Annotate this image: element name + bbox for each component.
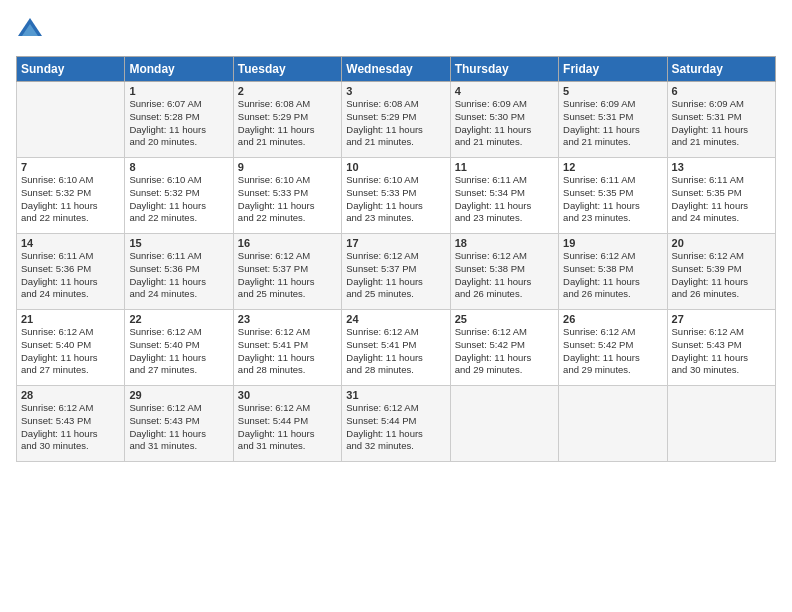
day-number: 31 <box>346 389 445 401</box>
calendar-cell: 11Sunrise: 6:11 AMSunset: 5:34 PMDayligh… <box>450 158 558 234</box>
day-info: Sunrise: 6:12 AMSunset: 5:43 PMDaylight:… <box>672 326 771 377</box>
calendar-week-row: 21Sunrise: 6:12 AMSunset: 5:40 PMDayligh… <box>17 310 776 386</box>
day-number: 11 <box>455 161 554 173</box>
day-info: Sunrise: 6:11 AMSunset: 5:36 PMDaylight:… <box>129 250 228 301</box>
day-number: 5 <box>563 85 662 97</box>
day-info: Sunrise: 6:12 AMSunset: 5:37 PMDaylight:… <box>346 250 445 301</box>
weekday-header: Wednesday <box>342 57 450 82</box>
calendar-cell: 17Sunrise: 6:12 AMSunset: 5:37 PMDayligh… <box>342 234 450 310</box>
day-number: 30 <box>238 389 337 401</box>
weekday-header: Saturday <box>667 57 775 82</box>
calendar-week-row: 7Sunrise: 6:10 AMSunset: 5:32 PMDaylight… <box>17 158 776 234</box>
weekday-header: Tuesday <box>233 57 341 82</box>
day-number: 27 <box>672 313 771 325</box>
day-number: 6 <box>672 85 771 97</box>
day-info: Sunrise: 6:12 AMSunset: 5:41 PMDaylight:… <box>346 326 445 377</box>
calendar-table: SundayMondayTuesdayWednesdayThursdayFrid… <box>16 56 776 462</box>
header <box>16 16 776 44</box>
calendar-cell: 16Sunrise: 6:12 AMSunset: 5:37 PMDayligh… <box>233 234 341 310</box>
day-number: 12 <box>563 161 662 173</box>
day-info: Sunrise: 6:12 AMSunset: 5:42 PMDaylight:… <box>455 326 554 377</box>
day-number: 29 <box>129 389 228 401</box>
day-info: Sunrise: 6:12 AMSunset: 5:37 PMDaylight:… <box>238 250 337 301</box>
calendar-cell: 21Sunrise: 6:12 AMSunset: 5:40 PMDayligh… <box>17 310 125 386</box>
page-container: SundayMondayTuesdayWednesdayThursdayFrid… <box>0 0 792 470</box>
logo-icon <box>16 16 44 44</box>
day-number: 9 <box>238 161 337 173</box>
calendar-cell: 4Sunrise: 6:09 AMSunset: 5:30 PMDaylight… <box>450 82 558 158</box>
calendar-cell: 28Sunrise: 6:12 AMSunset: 5:43 PMDayligh… <box>17 386 125 462</box>
calendar-week-row: 28Sunrise: 6:12 AMSunset: 5:43 PMDayligh… <box>17 386 776 462</box>
day-number: 20 <box>672 237 771 249</box>
day-number: 26 <box>563 313 662 325</box>
day-info: Sunrise: 6:12 AMSunset: 5:40 PMDaylight:… <box>21 326 120 377</box>
calendar-cell <box>667 386 775 462</box>
calendar-cell: 7Sunrise: 6:10 AMSunset: 5:32 PMDaylight… <box>17 158 125 234</box>
calendar-cell: 10Sunrise: 6:10 AMSunset: 5:33 PMDayligh… <box>342 158 450 234</box>
day-info: Sunrise: 6:09 AMSunset: 5:30 PMDaylight:… <box>455 98 554 149</box>
calendar-cell: 22Sunrise: 6:12 AMSunset: 5:40 PMDayligh… <box>125 310 233 386</box>
weekday-header: Sunday <box>17 57 125 82</box>
day-number: 24 <box>346 313 445 325</box>
day-number: 21 <box>21 313 120 325</box>
calendar-cell: 20Sunrise: 6:12 AMSunset: 5:39 PMDayligh… <box>667 234 775 310</box>
day-number: 28 <box>21 389 120 401</box>
calendar-cell: 6Sunrise: 6:09 AMSunset: 5:31 PMDaylight… <box>667 82 775 158</box>
calendar-cell: 9Sunrise: 6:10 AMSunset: 5:33 PMDaylight… <box>233 158 341 234</box>
day-number: 1 <box>129 85 228 97</box>
day-info: Sunrise: 6:11 AMSunset: 5:35 PMDaylight:… <box>672 174 771 225</box>
day-info: Sunrise: 6:11 AMSunset: 5:34 PMDaylight:… <box>455 174 554 225</box>
day-number: 2 <box>238 85 337 97</box>
day-info: Sunrise: 6:09 AMSunset: 5:31 PMDaylight:… <box>672 98 771 149</box>
calendar-cell: 8Sunrise: 6:10 AMSunset: 5:32 PMDaylight… <box>125 158 233 234</box>
calendar-cell: 24Sunrise: 6:12 AMSunset: 5:41 PMDayligh… <box>342 310 450 386</box>
calendar-cell: 31Sunrise: 6:12 AMSunset: 5:44 PMDayligh… <box>342 386 450 462</box>
header-row: SundayMondayTuesdayWednesdayThursdayFrid… <box>17 57 776 82</box>
calendar-cell: 19Sunrise: 6:12 AMSunset: 5:38 PMDayligh… <box>559 234 667 310</box>
day-info: Sunrise: 6:12 AMSunset: 5:44 PMDaylight:… <box>238 402 337 453</box>
day-info: Sunrise: 6:10 AMSunset: 5:33 PMDaylight:… <box>346 174 445 225</box>
calendar-cell: 3Sunrise: 6:08 AMSunset: 5:29 PMDaylight… <box>342 82 450 158</box>
calendar-cell: 5Sunrise: 6:09 AMSunset: 5:31 PMDaylight… <box>559 82 667 158</box>
calendar-week-row: 14Sunrise: 6:11 AMSunset: 5:36 PMDayligh… <box>17 234 776 310</box>
calendar-cell: 2Sunrise: 6:08 AMSunset: 5:29 PMDaylight… <box>233 82 341 158</box>
day-number: 14 <box>21 237 120 249</box>
weekday-header: Friday <box>559 57 667 82</box>
day-info: Sunrise: 6:12 AMSunset: 5:38 PMDaylight:… <box>563 250 662 301</box>
day-info: Sunrise: 6:07 AMSunset: 5:28 PMDaylight:… <box>129 98 228 149</box>
calendar-week-row: 1Sunrise: 6:07 AMSunset: 5:28 PMDaylight… <box>17 82 776 158</box>
calendar-cell: 26Sunrise: 6:12 AMSunset: 5:42 PMDayligh… <box>559 310 667 386</box>
day-info: Sunrise: 6:12 AMSunset: 5:38 PMDaylight:… <box>455 250 554 301</box>
day-info: Sunrise: 6:12 AMSunset: 5:44 PMDaylight:… <box>346 402 445 453</box>
day-number: 4 <box>455 85 554 97</box>
day-info: Sunrise: 6:12 AMSunset: 5:40 PMDaylight:… <box>129 326 228 377</box>
day-info: Sunrise: 6:11 AMSunset: 5:35 PMDaylight:… <box>563 174 662 225</box>
calendar-cell <box>17 82 125 158</box>
day-number: 18 <box>455 237 554 249</box>
day-info: Sunrise: 6:08 AMSunset: 5:29 PMDaylight:… <box>346 98 445 149</box>
calendar-cell: 18Sunrise: 6:12 AMSunset: 5:38 PMDayligh… <box>450 234 558 310</box>
logo <box>16 16 48 44</box>
day-info: Sunrise: 6:12 AMSunset: 5:43 PMDaylight:… <box>129 402 228 453</box>
weekday-header: Monday <box>125 57 233 82</box>
calendar-cell: 1Sunrise: 6:07 AMSunset: 5:28 PMDaylight… <box>125 82 233 158</box>
calendar-cell <box>450 386 558 462</box>
day-number: 16 <box>238 237 337 249</box>
day-info: Sunrise: 6:12 AMSunset: 5:42 PMDaylight:… <box>563 326 662 377</box>
day-info: Sunrise: 6:11 AMSunset: 5:36 PMDaylight:… <box>21 250 120 301</box>
day-number: 25 <box>455 313 554 325</box>
calendar-cell: 15Sunrise: 6:11 AMSunset: 5:36 PMDayligh… <box>125 234 233 310</box>
calendar-cell: 27Sunrise: 6:12 AMSunset: 5:43 PMDayligh… <box>667 310 775 386</box>
day-number: 13 <box>672 161 771 173</box>
day-info: Sunrise: 6:08 AMSunset: 5:29 PMDaylight:… <box>238 98 337 149</box>
calendar-cell: 30Sunrise: 6:12 AMSunset: 5:44 PMDayligh… <box>233 386 341 462</box>
day-info: Sunrise: 6:09 AMSunset: 5:31 PMDaylight:… <box>563 98 662 149</box>
day-number: 23 <box>238 313 337 325</box>
day-number: 15 <box>129 237 228 249</box>
day-number: 8 <box>129 161 228 173</box>
day-number: 3 <box>346 85 445 97</box>
day-info: Sunrise: 6:12 AMSunset: 5:43 PMDaylight:… <box>21 402 120 453</box>
day-info: Sunrise: 6:10 AMSunset: 5:33 PMDaylight:… <box>238 174 337 225</box>
day-number: 10 <box>346 161 445 173</box>
calendar-cell: 25Sunrise: 6:12 AMSunset: 5:42 PMDayligh… <box>450 310 558 386</box>
